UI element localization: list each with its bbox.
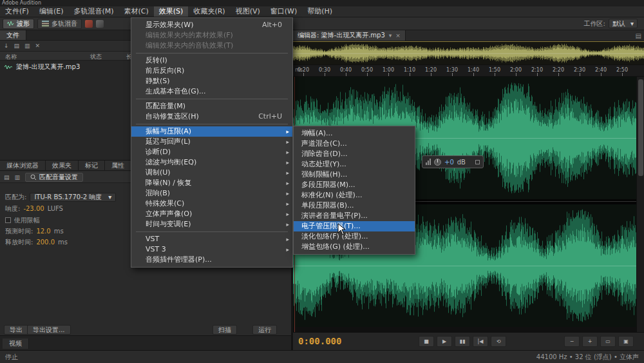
column-name[interactable]: 名称 — [5, 53, 17, 61]
column-status[interactable]: 状态 — [90, 53, 102, 61]
multitrack-view-button[interactable]: 多轨混音 — [37, 19, 82, 29]
effects-menu-item-7[interactable]: 静默(S) — [131, 76, 292, 86]
tab-video[interactable]: 视频 — [3, 338, 29, 349]
effects-menu-item-26[interactable]: 音频插件管理器(P)... — [131, 255, 292, 265]
menubar-item-2[interactable]: 编辑(E) — [34, 6, 69, 17]
effects-menu-item-8[interactable]: 生成基本音色(G)... — [131, 86, 292, 97]
export-button[interactable]: 导出 — [4, 325, 28, 335]
submenu-arrow-icon: ▸ — [286, 199, 289, 209]
chevron-down-icon: ▾ — [630, 20, 634, 27]
amplitude-submenu-item-7[interactable]: 标准化(N) (处理)... — [294, 190, 415, 201]
loop-button[interactable]: ⟲ — [491, 336, 506, 347]
pin-icon[interactable] — [475, 160, 480, 164]
close-icon[interactable]: × — [395, 32, 401, 39]
menubar-item-6[interactable]: 收藏夹(R) — [188, 6, 230, 17]
zoom-in-button[interactable]: + — [582, 336, 598, 347]
effects-menu-item-25[interactable]: VST 3▸ — [131, 244, 292, 255]
amplitude-submenu-item-4[interactable]: 动态处理(Y)... — [294, 159, 415, 170]
ruler-tick-label: 2:30 — [570, 67, 589, 73]
amplitude-submenu-item-6[interactable]: 多段压限器(M)... — [294, 180, 415, 190]
vertical-scrollbar[interactable] — [636, 77, 644, 332]
stop-button[interactable]: ■ — [419, 336, 434, 347]
effects-menu-item-15[interactable]: 诊断(D)▸ — [131, 147, 292, 157]
zoom-full-button[interactable]: ▣ — [618, 336, 634, 347]
effects-menu-item-21[interactable]: 立体声声像(O)▸ — [131, 209, 292, 219]
match-to-dropdown[interactable]: ITU-R BS.1770-2 响度 ▾ — [30, 193, 116, 202]
effects-menu-item-18[interactable]: 降噪(N) / 恢复▸ — [131, 178, 292, 188]
menubar-item-1[interactable]: 文件(F) — [0, 6, 34, 17]
scan-button[interactable]: 扫描 — [213, 325, 237, 335]
panel-menu-icon[interactable]: ▤ — [636, 32, 641, 39]
effects-menu-item-22[interactable]: 时间与变调(E)▸ — [131, 219, 292, 230]
pause-button[interactable]: ▮▮ — [455, 336, 470, 347]
effects-menu-item-20[interactable]: 特殊效果(C)▸ — [131, 199, 292, 209]
effects-menu-item-13[interactable]: 振幅与压限(A)▸ — [131, 126, 292, 137]
paste-icon[interactable]: ▥ — [15, 173, 21, 181]
workspace-selector: 工作区: 默认 ▾ — [584, 19, 641, 28]
amplitude-submenu-item-9[interactable]: 演讲者音量电平(P)... — [294, 211, 415, 221]
effects-menu-item-14[interactable]: 延迟与回声(L)▸ — [131, 137, 292, 147]
menubar-item-3[interactable]: 多轨混音(M) — [68, 6, 118, 17]
time-display[interactable]: 0:00.000 — [298, 336, 341, 346]
tool-icon-2[interactable] — [96, 20, 104, 28]
volume-knob-icon[interactable] — [434, 159, 441, 166]
tab-match-2[interactable]: 效果夹 — [46, 161, 79, 170]
overview-strip[interactable] — [293, 41, 644, 65]
menubar-item-5[interactable]: 效果(S) — [154, 6, 189, 17]
play-button[interactable]: ▶ — [437, 336, 452, 347]
effects-menu-item-11[interactable]: 自动修复选区(H)Ctrl+U — [131, 112, 292, 122]
new-item-icon[interactable]: ▤ — [14, 42, 20, 50]
run-button[interactable]: 运行 — [252, 325, 277, 335]
tab-files[interactable]: 文件 — [0, 30, 26, 40]
submenu-arrow-icon: ▸ — [286, 219, 289, 230]
effects-menu-item-6[interactable]: 前后反向(R) — [131, 66, 292, 76]
match-loudness-settings-button[interactable]: 匹配音量设置 — [25, 173, 83, 182]
scrollbar-handle[interactable] — [638, 79, 643, 176]
timeline-ruler[interactable]: ms 0:200:300:400:501:001:101:201:301:401… — [293, 65, 644, 77]
editor-tab[interactable]: 编辑器: 梁博-出现又离开.mp3 ▾ × — [293, 30, 406, 41]
amplitude-submenu-item-11[interactable]: 淡化包络(F) (处理)... — [294, 231, 415, 242]
release-value[interactable]: 200.0 — [36, 239, 55, 246]
effects-menu-item-19[interactable]: 混响(B)▸ — [131, 188, 292, 199]
menubar-item-7[interactable]: 视图(V) — [231, 6, 265, 17]
amplitude-submenu-item-3[interactable]: 消除齿音(D)... — [294, 149, 415, 159]
effects-menu-item-10[interactable]: 匹配音量(M) — [131, 101, 292, 112]
lookahead-value[interactable]: 12.0 — [36, 228, 50, 235]
skip-to-start-button[interactable]: |◀ — [473, 336, 488, 347]
waveform-view-button[interactable]: 波形 — [3, 19, 34, 29]
import-file-icon[interactable]: ↓ — [4, 42, 9, 50]
effects-menu-item-5[interactable]: 反转(I) — [131, 55, 292, 66]
amplitude-submenu-item-5[interactable]: 强制限幅(H)... — [294, 170, 415, 180]
effects-menu-item-24[interactable]: VST▸ — [131, 234, 292, 244]
menubar-item-4[interactable]: 素材(C) — [119, 6, 154, 17]
tool-icon-1[interactable] — [85, 20, 93, 28]
tab-match-1[interactable]: 媒体浏览器 — [0, 161, 46, 170]
amplitude-submenu-item-2[interactable]: 声道混合(C)... — [294, 139, 415, 149]
menubar-item-9[interactable]: 帮助(H) — [302, 6, 337, 17]
chevron-down-icon[interactable]: ▾ — [389, 32, 392, 39]
amplitude-submenu-item-10[interactable]: 电子管压限器(T)... — [294, 221, 415, 231]
effects-menu-item-3[interactable]: 编辑效果夹内的音轨效果(T) — [131, 41, 292, 51]
effects-menu-item-17[interactable]: 调制(U)▸ — [131, 168, 292, 178]
overview-waveform[interactable] — [293, 42, 644, 64]
volume-hud[interactable]: +0 dB — [422, 155, 484, 168]
loudness-value[interactable]: -23.00 — [23, 205, 44, 212]
amplitude-submenu-item-8[interactable]: 单段压限器(B)... — [294, 201, 415, 211]
effects-menu-item-2[interactable]: 编辑效果夹内的素材效果(F) — [131, 30, 292, 41]
amplitude-submenu-item-1[interactable]: 增幅(A)... — [294, 128, 415, 139]
amplitude-submenu-item-12[interactable]: 增益包络(G) (处理)... — [294, 242, 415, 252]
copy-icon[interactable]: ▤ — [4, 173, 10, 181]
tab-match-4[interactable]: 属性 — [105, 161, 131, 170]
menubar-item-8[interactable]: 窗口(W) — [265, 6, 302, 17]
zoom-selection-button[interactable]: ▭ — [600, 336, 616, 347]
workspace-dropdown[interactable]: 默认 ▾ — [609, 19, 638, 28]
ruler-tick-mark — [622, 73, 623, 76]
zoom-out-button[interactable]: − — [564, 336, 580, 347]
use-limiter-checkbox[interactable] — [5, 217, 11, 223]
effects-menu-item-16[interactable]: 滤波与均衡(EQ)▸ — [131, 157, 292, 168]
export-settings-button[interactable]: 导出设置... — [27, 325, 71, 335]
tab-match-3[interactable]: 标记 — [79, 161, 105, 170]
insert-multitrack-icon[interactable]: ▥ — [24, 42, 30, 50]
delete-icon[interactable]: ✕ — [35, 42, 41, 50]
effects-menu-item-1[interactable]: 显示效果夹(W)Alt+0 — [131, 20, 292, 30]
